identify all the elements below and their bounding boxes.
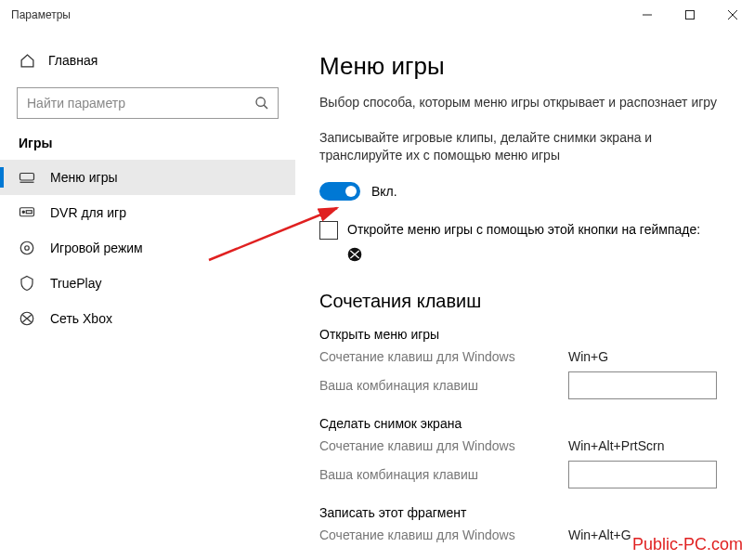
watermark: Public-PC.com	[632, 535, 743, 554]
gamepad-checkbox-label: Откройте меню игры с помощью этой кнопки…	[347, 221, 700, 240]
sidebar-item-game-dvr[interactable]: DVR для игр	[0, 195, 295, 230]
shortcut-title: Открыть меню игры	[319, 327, 735, 342]
sidebar-item-game-bar[interactable]: Меню игры	[0, 160, 295, 195]
svg-point-11	[20, 241, 33, 254]
home-icon	[19, 52, 35, 69]
shortcut-custom-label: Ваша комбинация клавиш	[319, 378, 568, 393]
toggle-state-label: Вкл.	[371, 184, 397, 199]
shortcut-custom-label: Ваша комбинация клавиш	[319, 467, 568, 482]
sidebar-item-label: DVR для игр	[50, 205, 126, 220]
close-button[interactable]	[711, 0, 754, 30]
svg-rect-1	[686, 11, 695, 20]
sidebar-item-trueplay[interactable]: TruePlay	[0, 266, 295, 301]
svg-point-12	[25, 246, 30, 251]
shortcuts-heading: Сочетания клавиш	[319, 291, 735, 312]
sidebar-item-label: Сеть Xbox	[50, 311, 112, 326]
xbox-logo-icon	[347, 247, 362, 262]
home-row[interactable]: Главная	[0, 46, 295, 74]
svg-rect-10	[26, 211, 32, 214]
shortcut-block-open-gamebar: Открыть меню игры Сочетание клавиш для W…	[319, 327, 735, 399]
shortcut-win-combo: Win+Alt+PrtScrn	[568, 438, 664, 453]
shortcut-custom-input[interactable]	[568, 371, 717, 399]
shortcut-block-screenshot: Сделать снимок экрана Сочетание клавиш д…	[319, 416, 735, 488]
xbox-network-icon	[19, 310, 35, 327]
page-title: Меню игры	[319, 52, 735, 81]
window-title: Параметры	[11, 8, 71, 21]
svg-point-4	[256, 98, 265, 106]
search-icon	[254, 96, 269, 111]
shortcut-win-label: Сочетание клавиш для Windows	[319, 527, 568, 542]
sidebar-category: Игры	[0, 136, 295, 160]
shortcut-title: Записать этот фрагмент	[319, 505, 735, 520]
search-wrap	[17, 87, 279, 119]
sidebar-item-xbox-network[interactable]: Сеть Xbox	[0, 301, 295, 336]
trueplay-icon	[19, 275, 35, 292]
minimize-button[interactable]	[626, 0, 669, 30]
game-bar-toggle[interactable]	[319, 182, 360, 201]
game-mode-icon	[19, 240, 35, 256]
window-controls	[626, 0, 754, 30]
shortcut-win-combo: Win+Alt+G	[568, 527, 631, 542]
svg-point-9	[22, 211, 24, 213]
toggle-description: Записывайте игровые клипы, делайте снимк…	[319, 129, 735, 165]
search-input[interactable]	[17, 87, 279, 119]
shortcut-title: Сделать снимок экрана	[319, 416, 735, 431]
shortcut-win-combo: Win+G	[568, 349, 608, 364]
main-content: Меню игры Выбор способа, которым меню иг…	[295, 30, 754, 560]
shortcut-win-label: Сочетание клавиш для Windows	[319, 438, 568, 453]
dvr-icon	[19, 204, 35, 221]
home-label: Главная	[48, 53, 98, 68]
maximize-button[interactable]	[669, 0, 711, 30]
sidebar: Главная Игры Меню игры DVR для игр	[0, 30, 295, 560]
shortcut-win-label: Сочетание клавиш для Windows	[319, 349, 568, 364]
sidebar-item-label: Игровой режим	[50, 241, 143, 255]
svg-rect-6	[20, 174, 34, 181]
svg-line-5	[264, 105, 267, 109]
shortcut-custom-input[interactable]	[568, 461, 717, 488]
sidebar-item-label: TruePlay	[50, 276, 102, 291]
toggle-row: Вкл.	[319, 182, 735, 201]
gamepad-checkbox[interactable]	[319, 221, 338, 240]
page-subtitle: Выбор способа, которым меню игры открыва…	[319, 94, 735, 112]
window-titlebar: Параметры	[0, 0, 754, 30]
sidebar-item-game-mode[interactable]: Игровой режим	[0, 230, 295, 266]
sidebar-item-label: Меню игры	[50, 170, 118, 185]
game-bar-icon	[19, 169, 35, 186]
